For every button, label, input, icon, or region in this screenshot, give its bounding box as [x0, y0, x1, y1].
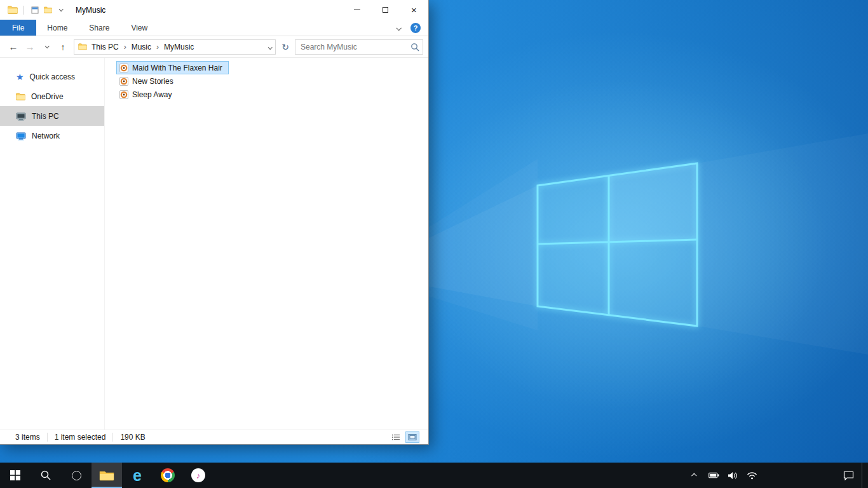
- window-title: MyMusic: [76, 6, 105, 15]
- music-file-icon: [119, 76, 129, 86]
- qat-separator: [24, 6, 24, 15]
- search-box[interactable]: [295, 39, 423, 55]
- minimize-icon: [354, 10, 360, 10]
- internet-explorer-icon: e: [133, 468, 142, 484]
- itunes-taskbar-button[interactable]: ♪: [183, 463, 214, 488]
- navigation-bar: ← → ↑ This PC › Music › MyMusic ↻: [0, 36, 428, 58]
- taskbar: e ♪: [0, 463, 868, 488]
- minimize-button[interactable]: [342, 0, 371, 20]
- show-desktop-strip[interactable]: [862, 463, 865, 488]
- status-bar: 3 items 1 item selected 190 KB: [0, 430, 428, 444]
- status-separator: [112, 433, 113, 442]
- onedrive-folder-icon: [16, 93, 25, 100]
- desktop: MyMusic × File Home Share View ? ← → ↑: [0, 0, 868, 488]
- breadcrumb-segment-mymusic[interactable]: MyMusic: [159, 43, 198, 51]
- music-file-icon: [119, 63, 129, 73]
- tab-home[interactable]: Home: [36, 20, 78, 36]
- sidebar-item-network[interactable]: Network: [0, 126, 104, 146]
- address-dropdown-icon[interactable]: [268, 43, 271, 51]
- forward-button[interactable]: →: [22, 39, 38, 55]
- close-button[interactable]: ×: [400, 0, 428, 20]
- up-button[interactable]: ↑: [55, 39, 71, 55]
- file-name: Maid With The Flaxen Hair: [132, 64, 222, 72]
- status-selection: 1 item selected: [55, 433, 106, 442]
- music-file-icon: [119, 90, 129, 100]
- ribbon-tabs: File Home Share View ?: [0, 20, 428, 36]
- maximize-button[interactable]: [371, 0, 400, 20]
- search-icon: [40, 470, 51, 481]
- status-separator: [47, 433, 48, 442]
- file-explorer-taskbar-button[interactable]: [92, 463, 122, 488]
- breadcrumb-segment-this-pc[interactable]: This PC: [87, 43, 123, 51]
- qat-properties-icon[interactable]: [29, 3, 41, 17]
- window-controls: ×: [342, 0, 428, 20]
- status-item-count: 3 items: [15, 433, 40, 442]
- sidebar-item-label: This PC: [32, 112, 59, 121]
- file-row[interactable]: Maid With The Flaxen Hair: [116, 61, 229, 74]
- refresh-icon[interactable]: ↻: [278, 39, 293, 55]
- show-hidden-icons-chevron-icon[interactable]: [686, 463, 703, 488]
- large-icons-view-button[interactable]: [405, 431, 419, 443]
- titlebar: MyMusic ×: [0, 0, 428, 20]
- start-button[interactable]: [0, 463, 31, 488]
- sidebar: ★ Quick access OneDrive This PC: [0, 58, 105, 430]
- file-explorer-icon: [99, 470, 114, 481]
- search-input[interactable]: [295, 40, 407, 54]
- app-folder-icon[interactable]: [6, 3, 19, 17]
- search-icon[interactable]: [407, 40, 423, 54]
- address-bar[interactable]: This PC › Music › MyMusic: [74, 39, 276, 55]
- network-monitor-icon: [16, 132, 26, 140]
- quick-access-star-icon: ★: [16, 72, 24, 81]
- cortana-button[interactable]: [61, 463, 92, 488]
- tab-file[interactable]: File: [0, 20, 36, 36]
- sidebar-item-label: OneDrive: [31, 92, 64, 101]
- maximize-icon: [383, 7, 388, 13]
- itunes-icon: ♪: [191, 468, 205, 482]
- this-pc-monitor-icon: [16, 112, 26, 121]
- chrome-icon: [161, 468, 175, 482]
- battery-icon[interactable]: [705, 463, 722, 488]
- file-row[interactable]: New Stories: [116, 74, 180, 88]
- recent-locations-chevron-icon[interactable]: [38, 39, 55, 55]
- volume-icon[interactable]: [724, 463, 741, 488]
- file-name: New Stories: [132, 77, 173, 86]
- qat-new-folder-icon[interactable]: [41, 3, 54, 17]
- windows-flag-icon: [10, 470, 20, 480]
- breadcrumb-segment-music[interactable]: Music: [127, 43, 156, 51]
- details-view-button[interactable]: [389, 431, 403, 443]
- action-center-icon[interactable]: [837, 463, 859, 488]
- system-tray: [686, 463, 868, 488]
- sidebar-item-label: Network: [32, 132, 60, 140]
- wifi-icon[interactable]: [743, 463, 760, 488]
- chrome-taskbar-button[interactable]: [153, 463, 183, 488]
- sidebar-item-this-pc[interactable]: This PC: [0, 106, 104, 126]
- file-list: Maid With The Flaxen Hair New Stories Sl…: [105, 58, 428, 430]
- sidebar-item-quick-access[interactable]: ★ Quick access: [0, 67, 104, 86]
- address-folder-icon: [78, 43, 87, 50]
- window-body: ★ Quick access OneDrive This PC: [0, 58, 428, 430]
- search-button[interactable]: [31, 463, 61, 488]
- back-button[interactable]: ←: [5, 39, 22, 55]
- cortana-circle-icon: [72, 471, 81, 480]
- file-name: Sleep Away: [132, 90, 172, 99]
- tab-view[interactable]: View: [120, 20, 158, 36]
- tab-share[interactable]: Share: [78, 20, 120, 36]
- ribbon-expand-chevron-icon[interactable]: [397, 24, 400, 32]
- sidebar-item-label: Quick access: [30, 72, 75, 81]
- status-size: 190 KB: [120, 433, 145, 442]
- internet-explorer-taskbar-button[interactable]: e: [122, 463, 153, 488]
- file-row[interactable]: Sleep Away: [116, 88, 179, 101]
- explorer-window: MyMusic × File Home Share View ? ← → ↑: [0, 0, 429, 445]
- help-icon[interactable]: ?: [410, 23, 421, 33]
- sidebar-item-onedrive[interactable]: OneDrive: [0, 86, 104, 106]
- qat-customize-chevron-icon[interactable]: [54, 3, 67, 17]
